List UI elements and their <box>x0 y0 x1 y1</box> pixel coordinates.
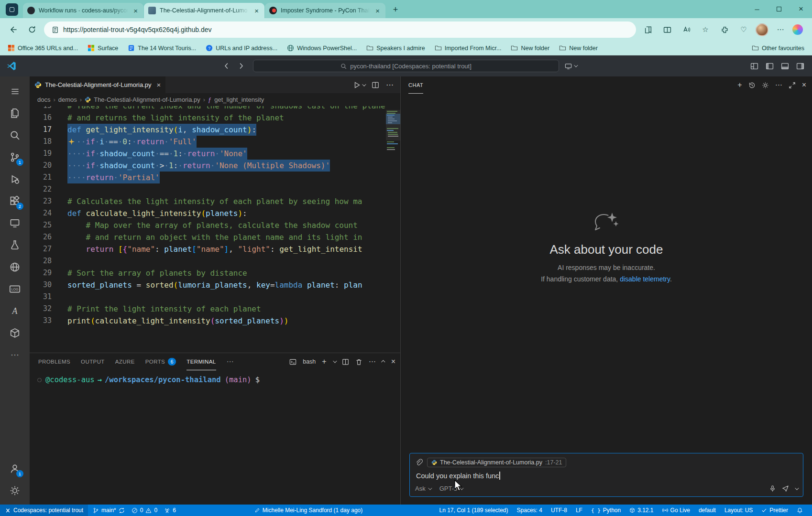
chat-input-box[interactable]: The-Celestial-Alignment-of-Lumoria.py:17… <box>409 453 803 497</box>
encoding[interactable]: UTF-8 <box>547 507 571 514</box>
favorite-new-folder-2[interactable]: New folder <box>559 44 598 52</box>
chat-history-icon[interactable] <box>748 82 756 89</box>
editor-tab-close-icon[interactable]: × <box>157 81 161 89</box>
extensions-icon[interactable]: 2 <box>4 190 26 212</box>
terminal-dropdown-icon[interactable] <box>333 359 337 363</box>
favorite-office[interactable]: Office 365 URLs and... <box>8 44 78 52</box>
code-line[interactable]: 18··if·i·==·0:·return·'Full' <box>30 136 400 148</box>
github-actions-icon[interactable] <box>4 256 26 278</box>
breadcrumb-docs[interactable]: docs <box>37 96 50 103</box>
code-line[interactable]: 31 <box>30 291 400 303</box>
explorer-icon[interactable] <box>4 102 26 124</box>
split-screen-icon[interactable] <box>660 22 674 37</box>
minimap-slider[interactable] <box>386 110 400 140</box>
chat-mode-dropdown[interactable]: Ask <box>415 485 431 492</box>
code-editor[interactable]: 15# Takes the current index and the numb… <box>30 106 400 353</box>
address-bar[interactable]: https://potential-trout-v5g4qv5qx626q4j.… <box>44 22 636 38</box>
more-views-icon[interactable]: ⋯ <box>4 344 26 366</box>
go-live[interactable]: Go Live <box>658 507 694 514</box>
copilot-icon[interactable] <box>792 24 803 35</box>
close-panel-icon[interactable]: × <box>391 357 395 366</box>
window-close-button[interactable]: × <box>790 0 812 18</box>
extensions-icon[interactable] <box>717 22 732 37</box>
code-line[interactable]: 16# and returns the light intensity of t… <box>30 112 400 124</box>
code-line[interactable]: 26 # and return an object with the plane… <box>30 231 400 243</box>
collections-icon[interactable] <box>641 22 655 37</box>
code-line[interactable]: 27 return [{"name": planet["name"], "lig… <box>30 243 400 255</box>
chat-close-icon[interactable]: × <box>802 81 806 89</box>
settings-more-icon[interactable]: ⋯ <box>773 22 788 37</box>
favorite-powershell[interactable]: Windows PowerShel... <box>287 44 357 52</box>
chat-settings-icon[interactable] <box>762 82 769 89</box>
cursor-position[interactable]: Ln 17, Col 1 (189 selected) <box>435 507 512 514</box>
run-file-button[interactable] <box>353 81 365 89</box>
new-terminal-icon[interactable]: + <box>322 357 326 366</box>
code-line[interactable]: 29# Sort the array of planets by distanc… <box>30 267 400 279</box>
testing-icon[interactable] <box>4 234 26 256</box>
code-line[interactable]: 30sorted_planets = sorted(lumoria_planet… <box>30 279 400 291</box>
code-line[interactable]: 33print(calculate_light_intensity(sorted… <box>30 315 400 327</box>
customize-layout-icon[interactable] <box>750 62 758 70</box>
split-editor-icon[interactable] <box>372 81 379 89</box>
maximize-panel-icon[interactable] <box>381 360 385 364</box>
send-icon[interactable] <box>782 485 789 492</box>
branch-indicator[interactable]: main* <box>89 507 128 514</box>
keyboard-layout[interactable]: Layout: US <box>720 507 757 514</box>
code-line[interactable]: 20····if·shadow_count·>·1:·return·'None … <box>30 160 400 172</box>
favorite-worst-tourist[interactable]: The 14 Worst Touris... <box>128 44 196 52</box>
refresh-icon[interactable] <box>25 22 39 37</box>
log-viewer-icon[interactable]: LOG <box>4 278 26 300</box>
eol-indicator[interactable]: LF <box>571 507 587 514</box>
browser-tab-workflow[interactable]: Workflow runs · codess-aus/pycon × <box>23 3 143 18</box>
settings-gear-icon[interactable] <box>4 480 26 502</box>
command-center-search[interactable]: pycon-thailand [Codespaces: potential tr… <box>253 60 559 72</box>
favorite-new-folder-1[interactable]: New folder <box>511 44 549 52</box>
run-debug-icon[interactable] <box>4 168 26 190</box>
shell-label[interactable]: bash <box>303 358 316 365</box>
tab-close-icon[interactable]: × <box>132 7 139 14</box>
code-line[interactable]: 17def get_light_intensity(i, shadow_coun… <box>30 124 400 136</box>
remote-indicator[interactable]: Codespaces: potential trout <box>0 505 88 516</box>
send-dropdown-icon[interactable] <box>795 486 799 490</box>
browser-essentials-icon[interactable]: ♡ <box>736 22 751 37</box>
python-version[interactable]: 3.12.1 <box>625 507 658 514</box>
minimize-button[interactable]: ─ <box>746 0 768 18</box>
read-aloud-icon[interactable] <box>679 22 693 37</box>
source-control-icon[interactable]: 1 <box>4 146 26 168</box>
menu-hamburger-icon[interactable] <box>4 80 26 102</box>
remote-window-menu[interactable] <box>565 63 577 70</box>
attach-context-icon[interactable] <box>415 459 423 466</box>
code-line[interactable]: 32# Print the light intensity of each pl… <box>30 303 400 315</box>
indentation[interactable]: Spaces: 4 <box>513 507 547 514</box>
nav-forward-icon[interactable] <box>237 62 245 70</box>
minimap[interactable] <box>386 106 400 353</box>
breadcrumb-file[interactable]: The-Celestial-Alignment-of-Lumoria.py <box>94 96 200 103</box>
favorite-urls-ip[interactable]: ? URLs and IP address... <box>206 44 277 52</box>
terminal[interactable]: @codess-aus → /workspaces/pycon-thailand… <box>30 370 400 505</box>
ports-indicator[interactable]: 6 <box>161 507 179 514</box>
chat-tab[interactable]: CHAT <box>408 76 423 94</box>
language-mode[interactable]: { }Python <box>587 507 625 514</box>
accounts-icon[interactable]: 1 <box>4 458 26 480</box>
tab-actions-icon[interactable] <box>6 3 18 16</box>
code-line[interactable]: 22 <box>30 183 400 195</box>
code-line[interactable]: 24def calculate_light_intensity(planets)… <box>30 207 400 219</box>
panel-actions-more-icon[interactable]: ⋯ <box>369 357 376 366</box>
new-tab-button[interactable]: + <box>389 3 402 16</box>
git-blame-indicator[interactable]: Michelle Mei-Ling Sandford (1 day ago) <box>251 507 366 514</box>
code-line[interactable]: 15# Takes the current index and the numb… <box>30 106 400 112</box>
panel-more-icon[interactable]: ⋯ <box>227 353 234 370</box>
code-line[interactable]: 28 <box>30 255 400 267</box>
nav-back-icon[interactable] <box>223 62 230 70</box>
favorite-speakers[interactable]: Speakers I admire <box>366 44 425 52</box>
breadcrumb-symbol[interactable]: get_light_intensity <box>214 96 264 103</box>
voice-chat-icon[interactable] <box>769 485 776 492</box>
browser-tab-lumoria[interactable]: The-Celestial-Alignment-of-Lumo × <box>144 3 264 18</box>
formatter-indicator[interactable]: Prettier <box>757 507 792 514</box>
chat-input-text[interactable]: Could you explain this func <box>415 472 798 480</box>
containers-icon[interactable] <box>4 322 26 344</box>
favorite-surface[interactable]: Surface <box>88 44 118 52</box>
code-line[interactable]: 25 # Map over the array of planets, calc… <box>30 219 400 231</box>
back-icon[interactable] <box>6 22 20 37</box>
toggle-panel-icon[interactable] <box>781 62 789 70</box>
